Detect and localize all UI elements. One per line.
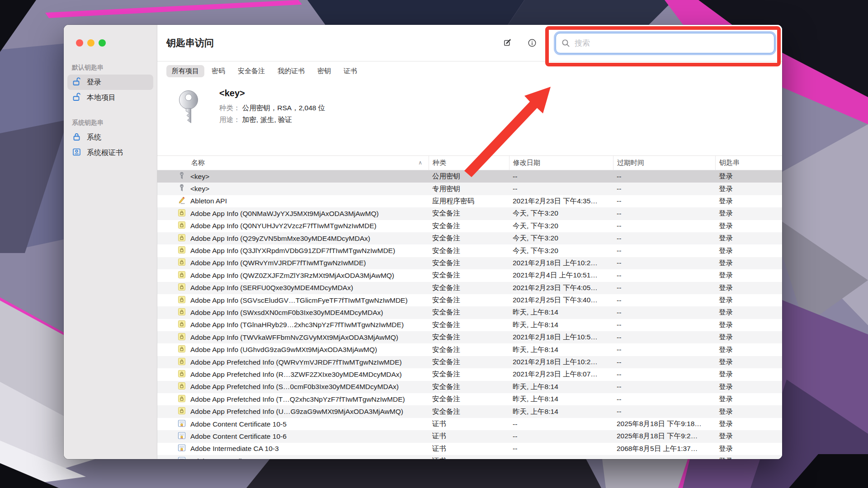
column-header-keychain[interactable]: 钥匙串 <box>715 156 782 170</box>
row-name-cell: Adobe App Info (SGVscEludGV…TGlicmFyeTF7… <box>157 296 429 305</box>
table-row[interactable]: Adobe App Prefetched Info (T…Q2xhc3NpYzF… <box>157 393 782 405</box>
tab-5[interactable]: 证书 <box>338 65 363 77</box>
row-name-text: Adobe App Info (TGlnaHRyb29…2xhc3NpYzF7f… <box>190 321 404 329</box>
cert-icon <box>178 456 186 459</box>
table-row[interactable]: Adobe App Info (Q0NMaWJyYXJ5MXt9MjAxODA3… <box>157 207 782 220</box>
row-expires-cell: -- <box>613 259 715 267</box>
row-keychain-cell: 登录 <box>715 246 782 256</box>
table-row[interactable]: <key>公用密钥----登录 <box>157 170 782 183</box>
detail-usage-line: 用途： 加密, 派生, 验证 <box>219 115 292 125</box>
row-name-cell: Adobe App Info (Q29yZVN5bmMxe30yMDE4MDcy… <box>157 234 429 244</box>
column-header-kind[interactable]: 种类 <box>429 156 509 170</box>
column-header-modified[interactable]: 修改日期 <box>509 156 613 170</box>
row-name-text: Adobe App Info (QWRvYmVJRDF7fTIwMTgwNzIw… <box>190 259 366 267</box>
sidebar-item-login[interactable]: 登录 <box>67 75 153 90</box>
row-name-cell: Adobe Intermediate CA 10-3 <box>157 444 429 454</box>
row-expires-cell: 2068年8月5日 上午1:37… <box>613 444 715 454</box>
row-modified-cell: 今天, 下午3:20 <box>509 234 613 243</box>
table-row[interactable]: Adobe App Prefetched Info (QWRvYmVJRDF7f… <box>157 356 782 368</box>
main-pane: 钥匙串访问 <box>157 25 782 459</box>
row-kind-cell: 应用程序密码 <box>429 197 509 206</box>
row-modified-cell: -- <box>509 185 613 193</box>
cert-icon <box>178 432 186 441</box>
row-modified-cell: 2021年2月18日 上午10:2… <box>509 357 613 367</box>
table-row[interactable]: Adobe Content Certificate 10-6证书--2025年8… <box>157 430 782 442</box>
sidebar: 默认钥匙串登录本地项目系统钥匙串系统系统根证书 <box>64 25 157 459</box>
table-header: 名称 ∧ 种类 修改日期 过期时间 钥匙串 <box>157 155 782 170</box>
row-kind-cell: 安全备注 <box>429 221 509 231</box>
note-icon <box>178 258 186 268</box>
detail-item-name: <key> <box>219 88 245 99</box>
table-row[interactable]: Adobe App Info (Q29yZVN5bmMxe30yMDE4MDcy… <box>157 232 782 244</box>
table-row[interactable]: Adobe App Info (SWxsdXN0cmF0b3Ixe30yMDE4… <box>157 306 782 319</box>
row-name-cell: Adobe App Info (Q0NMaWJyYXJ5MXt9MjAxODA3… <box>157 209 429 219</box>
table-row[interactable]: Adobe App Prefetched Info (S…0cmF0b3Ixe3… <box>157 381 782 393</box>
window-title: 钥匙串访问 <box>166 25 214 61</box>
info-button[interactable] <box>524 36 540 50</box>
row-name-text: <key> <box>190 185 209 193</box>
row-modified-cell: 2021年2月23日 下午4:05… <box>509 283 613 293</box>
detail-kind-line: 种类： 公用密钥，RSA，2,048 位 <box>219 103 325 113</box>
column-header-name[interactable]: 名称 ∧ <box>157 156 429 170</box>
tab-2[interactable]: 安全备注 <box>232 65 270 77</box>
tab-1[interactable]: 密码 <box>206 65 231 77</box>
row-expires-cell: 2025年8月18日 下午9:18… <box>613 419 715 429</box>
table-row[interactable]: Adobe App Prefetched Info (R…3ZWF2ZXIxe3… <box>157 368 782 380</box>
detail-kind-label: 种类： <box>219 104 241 112</box>
key-large-icon <box>176 90 201 129</box>
column-header-expires[interactable]: 过期时间 <box>613 156 715 170</box>
search-input[interactable] <box>574 38 769 48</box>
row-kind-cell: 公用密钥 <box>429 172 509 181</box>
table-row[interactable]: Ableton API应用程序密码2021年2月23日 下午4:35…--登录 <box>157 195 782 207</box>
tab-4[interactable]: 密钥 <box>312 65 336 77</box>
row-name-cell: Adobe App Info (Q3JlYXRpdmVDbG91ZDF7fTIw… <box>157 246 429 256</box>
row-expires-cell: -- <box>613 333 715 342</box>
row-name-cell: Adobe App Info (TWVkaWFFbmNvZGVyMXt9MjAx… <box>157 333 429 343</box>
table-row[interactable]: Adobe App Info (TGlnaHRyb29…2xhc3NpYzF7f… <box>157 319 782 331</box>
row-name-cell: Adobe App Info (SWxsdXN0cmF0b3Ixe30yMDE4… <box>157 308 429 318</box>
row-keychain-cell: 登录 <box>715 432 782 441</box>
note-icon <box>178 370 186 380</box>
close-button[interactable] <box>76 39 83 47</box>
sidebar-item-system-roots[interactable]: 系统根证书 <box>67 145 153 160</box>
row-modified-cell: -- <box>509 173 613 181</box>
lock-icon <box>72 132 81 143</box>
tab-all-items[interactable]: 所有项目 <box>166 65 204 77</box>
row-modified-cell: 2021年2月4日 上午10:51… <box>509 271 613 280</box>
unlock-icon <box>72 92 81 103</box>
note-icon <box>178 234 186 244</box>
table-row[interactable]: Adobe App Info (SGVscEludGV…TGlicmFyeTF7… <box>157 294 782 306</box>
row-expires-cell: -- <box>613 284 715 292</box>
table-row[interactable]: Adobe App Info (UGhvdG9zaG9wMXt9MjAxODA3… <box>157 343 782 356</box>
row-name-cell: Adobe Content Certificate 10-6 <box>157 432 429 441</box>
tab-3[interactable]: 我的证书 <box>272 65 310 77</box>
table-row[interactable]: Adobe Content Certificate 10-5证书--2025年8… <box>157 418 782 430</box>
row-name-cell: Adobe Content Certificate 10-5 <box>157 419 429 429</box>
table-row[interactable]: Adobe App Info (SERFU0Qxe30yMDE4MDcyMDAx… <box>157 282 782 294</box>
table-row[interactable]: Adobe App Info (QWZ0ZXJFZmZlY3RzMXt9MjAx… <box>157 269 782 282</box>
row-modified-cell: 昨天, 上午8:14 <box>509 320 613 330</box>
sidebar-item-system[interactable]: 系统 <box>67 130 153 145</box>
cert-icon <box>178 444 186 454</box>
table-row[interactable]: Adobe App Info (Q3JlYXRpdmVDbG91ZDF7fTIw… <box>157 244 782 257</box>
table-row[interactable]: Adobe Intermediate CA 10-4证书--登录 <box>157 455 782 459</box>
table-row[interactable]: Adobe App Info (Q0NYUHJvY2VzczF7fTIwMTgw… <box>157 220 782 232</box>
new-item-button[interactable] <box>500 36 515 50</box>
row-name-text: Adobe App Prefetched Info (U…G9zaG9wMXt9… <box>190 408 403 416</box>
row-name-text: Adobe App Info (QWZ0ZXJFZmZlY3RzMXt9MjAx… <box>190 272 394 280</box>
table-row[interactable]: Adobe App Info (TWVkaWFFbmNvZGVyMXt9MjAx… <box>157 331 782 343</box>
row-keychain-cell: 登录 <box>715 184 782 194</box>
minimize-button[interactable] <box>87 39 94 47</box>
items-table: <key>公用密钥----登录<key>专用密钥----登录Ableton AP… <box>157 170 782 459</box>
table-row[interactable]: <key>专用密钥----登录 <box>157 183 782 195</box>
table-row[interactable]: Adobe Intermediate CA 10-3证书--2068年8月5日 … <box>157 443 782 455</box>
table-row[interactable]: Adobe App Prefetched Info (U…G9zaG9wMXt9… <box>157 405 782 418</box>
sidebar-item-local-items[interactable]: 本地项目 <box>67 90 153 105</box>
row-modified-cell: 2021年2月18日 上午10:5… <box>509 333 613 342</box>
row-name-text: Adobe Content Certificate 10-5 <box>190 420 287 428</box>
unlock-icon <box>72 77 81 88</box>
search-field[interactable] <box>556 33 774 53</box>
zoom-button[interactable] <box>99 39 106 47</box>
row-expires-cell: -- <box>613 321 715 329</box>
table-row[interactable]: Adobe App Info (QWRvYmVJRDF7fTIwMTgwNzIw… <box>157 257 782 269</box>
